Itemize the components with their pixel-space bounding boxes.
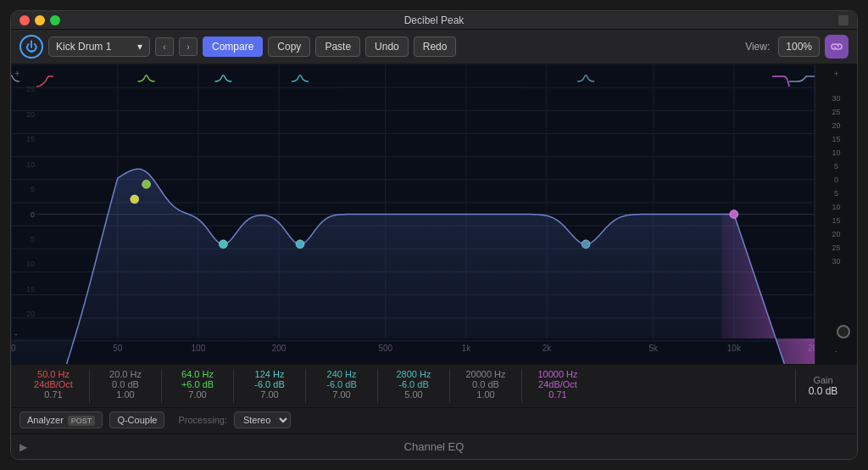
band-divider-2 <box>161 369 162 403</box>
eq-knob[interactable] <box>837 325 850 339</box>
undo-button[interactable]: Undo <box>365 36 409 57</box>
db-label-n5: 5 <box>834 187 838 200</box>
toolbar: ⏻ Kick Drum 1 ▾ ‹ › Compare Copy Paste U… <box>11 30 857 64</box>
eq-right-panel: + 30 25 20 15 10 5 0 5 10 15 20 25 30 - <box>815 64 857 364</box>
copy-button[interactable]: Copy <box>268 36 310 57</box>
db-label-25: 25 <box>832 105 840 119</box>
band2-freq: 20.0 Hz <box>109 369 142 379</box>
band-param-7: 20000 Hz 0.0 dB 1.00 <box>452 369 520 403</box>
qcouple-button[interactable]: Q-Couple <box>109 411 164 428</box>
link-button[interactable] <box>825 35 849 59</box>
post-badge: POST <box>68 416 96 426</box>
title-bar: Decibel Peak <box>11 11 857 30</box>
footer-bar: ▶ Channel EQ <box>11 434 857 459</box>
band6-freq: 2800 Hz <box>397 369 431 379</box>
db-label-n10: 10 <box>832 200 840 214</box>
resize-handle[interactable] <box>838 15 849 25</box>
compare-button[interactable]: Compare <box>203 36 263 57</box>
band-divider-6 <box>449 369 450 403</box>
band5-freq: 240 Hz <box>327 369 357 379</box>
gain-label: Gain <box>813 375 832 385</box>
right-db-labels: 30 25 20 15 10 5 0 5 10 15 20 25 30 <box>832 92 840 268</box>
view-percent-selector[interactable]: 100% <box>778 36 820 57</box>
band3-freq: 64.0 Hz <box>181 369 214 379</box>
band8-gain: 24dB/Oct <box>538 379 577 389</box>
close-button[interactable] <box>19 15 30 25</box>
band5-q: 7.00 <box>332 389 350 400</box>
db-label-20: 20 <box>832 119 840 132</box>
db-label-n15: 15 <box>832 214 840 227</box>
eq-canvas[interactable] <box>11 64 815 364</box>
band6-q: 5.00 <box>404 389 422 400</box>
db-label-5: 5 <box>834 159 838 173</box>
plugin-window: Decibel Peak ⏻ Kick Drum 1 ▾ ‹ › Compare… <box>10 10 858 460</box>
preset-name: Kick Drum 1 <box>56 41 111 53</box>
gain-panel: Gain 0.0 dB <box>798 375 849 397</box>
power-button[interactable]: ⏻ <box>19 35 43 59</box>
processing-select[interactable]: Stereo Left Right Mid Side <box>234 411 291 428</box>
band3-q: 7.00 <box>188 389 206 400</box>
band-param-3: 64.0 Hz +6.0 dB 7.00 <box>164 369 231 403</box>
nav-back-button[interactable]: ‹ <box>155 37 174 56</box>
band8-freq: 10000 Hz <box>537 369 577 379</box>
band-param-8: 10000 Hz 24dB/Oct 0.71 <box>524 369 592 403</box>
band1-q: 0.71 <box>44 389 62 400</box>
band3-gain: +6.0 dB <box>181 379 214 389</box>
play-button[interactable]: ▶ <box>19 441 27 453</box>
nav-forward-button[interactable]: › <box>179 37 198 56</box>
band7-freq: 20000 Hz <box>465 369 505 379</box>
band-params-bar: 50.0 Hz 24dB/Oct 0.71 20.0 Hz 0.0 dB 1.0… <box>11 364 857 407</box>
band-divider-4 <box>305 369 306 403</box>
band-params: 50.0 Hz 24dB/Oct 0.71 20.0 Hz 0.0 dB 1.0… <box>19 369 793 403</box>
view-label: View: <box>745 41 770 53</box>
db-label-10: 10 <box>832 146 840 159</box>
band-param-4: 124 Hz -6.0 dB 7.00 <box>236 369 303 403</box>
redo-button[interactable]: Redo <box>414 36 457 57</box>
band-divider-3 <box>233 369 234 403</box>
processing-label: Processing: <box>178 415 226 425</box>
band1-gain: 24dB/Oct <box>34 379 73 389</box>
eq-grid[interactable] <box>11 64 815 364</box>
db-label-n20: 20 <box>832 227 840 241</box>
analyzer-button[interactable]: Analyzer POST <box>19 411 103 428</box>
band-param-5: 240 Hz -6.0 dB 7.00 <box>308 369 376 403</box>
band7-gain: 0.0 dB <box>472 379 499 389</box>
band4-freq: 124 Hz <box>255 369 285 379</box>
band8-q: 0.71 <box>548 389 566 400</box>
window-title: Decibel Peak <box>404 14 465 26</box>
gain-value: 0.0 dB <box>809 385 838 397</box>
band1-freq: 50.0 Hz <box>37 369 70 379</box>
link-icon <box>830 40 843 53</box>
maximize-button[interactable] <box>50 15 60 25</box>
preset-selector[interactable]: Kick Drum 1 ▾ <box>48 36 150 57</box>
db-label-n30: 30 <box>832 255 840 268</box>
db-label-n25: 25 <box>832 241 840 255</box>
db-label-15: 15 <box>832 132 840 146</box>
band7-q: 1.00 <box>476 389 494 400</box>
band6-gain: -6.0 dB <box>398 379 428 389</box>
band-param-6: 2800 Hz -6.0 dB 5.00 <box>380 369 448 403</box>
db-label-0: 0 <box>834 173 838 187</box>
minimize-button[interactable] <box>35 15 45 25</box>
band-divider-5 <box>377 369 378 403</box>
band2-gain: 0.0 dB <box>112 379 139 389</box>
eq-container: + 30 25 20 15 10 5 0 5 10 15 20 25 30 - <box>11 64 857 364</box>
bottom-controls: Analyzer POST Q-Couple Processing: Stere… <box>11 407 857 434</box>
band4-q: 7.00 <box>260 389 278 400</box>
db-label-30: 30 <box>832 92 840 105</box>
paste-button[interactable]: Paste <box>315 36 360 57</box>
band2-q: 1.00 <box>116 389 134 400</box>
band-param-1: 50.0 Hz 24dB/Oct 0.71 <box>19 369 87 403</box>
band-param-2: 20.0 Hz 0.0 dB 1.00 <box>92 369 159 403</box>
footer-title: Channel EQ <box>404 440 465 453</box>
band-divider-1 <box>89 369 90 403</box>
traffic-lights <box>19 15 60 25</box>
band5-gain: -6.0 dB <box>326 379 356 389</box>
preset-chevron-icon: ▾ <box>137 41 142 53</box>
band-divider-7 <box>521 369 522 403</box>
band4-gain: -6.0 dB <box>254 379 284 389</box>
gain-divider <box>795 369 796 403</box>
analyzer-label: Analyzer <box>27 415 64 425</box>
